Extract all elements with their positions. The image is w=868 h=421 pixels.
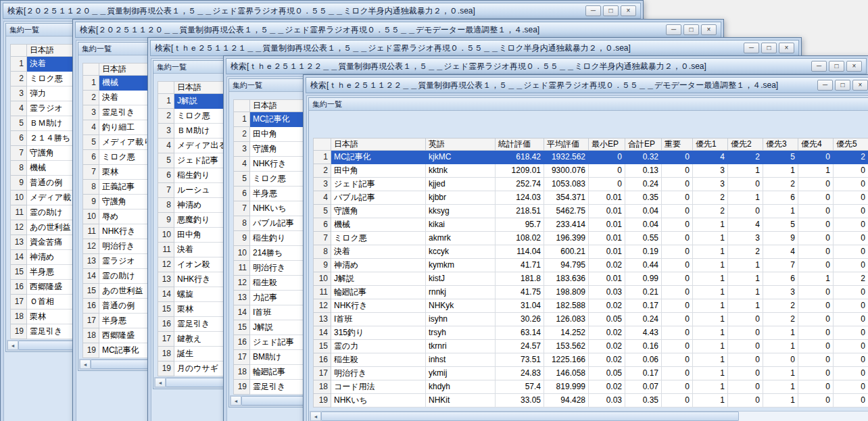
cell[interactable]: 0	[834, 178, 868, 191]
row-number[interactable]: 3	[11, 86, 27, 101]
row-number[interactable]: 12	[11, 220, 27, 235]
cell[interactable]: 栗林	[174, 302, 231, 317]
row-number[interactable]: 12	[314, 299, 331, 313]
row-number[interactable]: 2	[158, 109, 174, 124]
row-number[interactable]: 13	[314, 313, 331, 326]
scroll-left-button[interactable]: ◄	[155, 378, 166, 387]
cell[interactable]: 0.04	[625, 205, 662, 218]
cell[interactable]: 214勝ち	[250, 246, 307, 261]
cell[interactable]: 1	[693, 272, 728, 286]
row-number[interactable]: 5	[158, 153, 174, 168]
row-number[interactable]: 3	[314, 178, 331, 191]
row-number[interactable]: 2	[234, 127, 250, 142]
row-number[interactable]: 8	[158, 198, 174, 213]
cell[interactable]: 1	[763, 367, 798, 380]
cell[interactable]: 1	[728, 272, 763, 286]
cell[interactable]: NHK行き	[174, 272, 231, 287]
cell[interactable]: 1	[693, 367, 728, 380]
cell[interactable]: 0	[728, 205, 763, 218]
cell[interactable]: 4	[728, 218, 763, 232]
column-header[interactable]: 優先1	[693, 139, 728, 151]
cell[interactable]: 0.05	[589, 367, 625, 380]
cell[interactable]: 0	[834, 259, 868, 272]
cell[interactable]: J解説	[174, 94, 231, 109]
cell[interactable]: 2	[693, 191, 728, 205]
cell[interactable]: 鍵教え	[174, 332, 231, 347]
close-button[interactable]: ×	[852, 80, 868, 91]
cell[interactable]: 0	[834, 286, 868, 299]
cell[interactable]: 2	[834, 151, 868, 164]
row-number[interactable]: 3	[158, 124, 174, 139]
cell[interactable]: J解説	[331, 272, 426, 286]
row-number[interactable]: 9	[83, 195, 99, 209]
cell[interactable]: 半身悪	[250, 187, 307, 201]
cell[interactable]: 稲生釣り	[174, 168, 231, 183]
maximize-button[interactable]: □	[683, 24, 699, 35]
window-titlebar[interactable]: 検索[２０２５１１２０＿＿質量制御再現公表１，５＿＿ジェド霊界ラジオ再現０．５５…	[75, 22, 721, 38]
row-number[interactable]: 2	[314, 164, 331, 178]
cell[interactable]: 0	[589, 151, 625, 164]
cell[interactable]: 0	[798, 259, 834, 272]
cell[interactable]: 24.57	[496, 340, 544, 353]
cell[interactable]: 0	[798, 245, 834, 259]
cell[interactable]: 霊足引き	[250, 380, 307, 395]
cell[interactable]: 6	[763, 272, 798, 286]
row-number[interactable]: 12	[158, 257, 174, 272]
cell[interactable]: 0.02	[589, 353, 625, 367]
cell[interactable]: 95.7	[496, 218, 544, 232]
row-number[interactable]: 14	[11, 250, 27, 265]
cell[interactable]: 1	[728, 259, 763, 272]
cell[interactable]: 0	[728, 178, 763, 191]
cell[interactable]: 0	[798, 218, 834, 232]
cell[interactable]: 198.809	[544, 286, 589, 299]
cell[interactable]: 0	[662, 151, 693, 164]
row-number[interactable]: 4	[83, 120, 99, 135]
cell[interactable]: 1	[763, 394, 798, 407]
cell[interactable]: 315釣り	[331, 326, 426, 340]
cell[interactable]: NHK行き	[331, 299, 426, 313]
row-header-corner[interactable]	[83, 64, 99, 76]
cell[interactable]: kksyg	[426, 205, 496, 218]
cell[interactable]: ミロク悪	[174, 109, 231, 124]
row-number[interactable]: 6	[234, 187, 250, 201]
cell[interactable]: メディア出る	[174, 139, 231, 153]
cell[interactable]: 146.058	[544, 367, 589, 380]
row-number[interactable]: 11	[83, 224, 99, 239]
cell[interactable]: 1225.166	[544, 353, 589, 367]
cell[interactable]: 0.04	[625, 218, 662, 232]
cell[interactable]: 819.999	[544, 380, 589, 394]
row-number[interactable]: 6	[83, 150, 99, 165]
window-titlebar[interactable]: 検索[ｔｈｅ２５１１２２＿＿質量制御再現公表１，５＿＿ジェド霊界ラジオ再現０．５…	[226, 58, 867, 74]
row-number[interactable]: 18	[234, 365, 250, 380]
cell[interactable]: I首班	[250, 305, 307, 320]
row-number[interactable]: 16	[234, 335, 250, 350]
cell[interactable]: 4	[693, 151, 728, 164]
cell[interactable]: 73.51	[496, 353, 544, 367]
row-number[interactable]: 6	[314, 218, 331, 232]
row-number[interactable]: 13	[234, 291, 250, 305]
horizontal-scrollbar[interactable]: ◄ ►	[310, 411, 868, 421]
cell[interactable]: khdyh	[426, 380, 496, 394]
cell[interactable]: 0.02	[589, 259, 625, 272]
row-number[interactable]: 4	[314, 191, 331, 205]
cell[interactable]: 24.83	[496, 367, 544, 380]
cell[interactable]: 0	[728, 394, 763, 407]
row-number[interactable]: 9	[11, 176, 27, 191]
row-number[interactable]: 19	[83, 343, 99, 358]
row-number[interactable]: 11	[158, 243, 174, 257]
column-header[interactable]: 統計評価	[496, 139, 544, 151]
cell[interactable]: 1	[693, 340, 728, 353]
cell[interactable]: 124.03	[496, 191, 544, 205]
cell[interactable]: 2	[763, 178, 798, 191]
cell[interactable]: 0	[662, 286, 693, 299]
maximize-button[interactable]: □	[835, 80, 850, 91]
scroll-left-button[interactable]: ◄	[7, 341, 18, 350]
cell[interactable]: 41.71	[496, 259, 544, 272]
cell[interactable]: 1	[763, 205, 798, 218]
cell[interactable]: NHKいち	[250, 201, 307, 216]
row-number[interactable]: 5	[83, 135, 99, 150]
cell[interactable]: I首班	[331, 313, 426, 326]
cell[interactable]: kjbbr	[426, 191, 496, 205]
cell[interactable]: NHK行き	[250, 157, 307, 172]
cell[interactable]: 57.4	[496, 380, 544, 394]
